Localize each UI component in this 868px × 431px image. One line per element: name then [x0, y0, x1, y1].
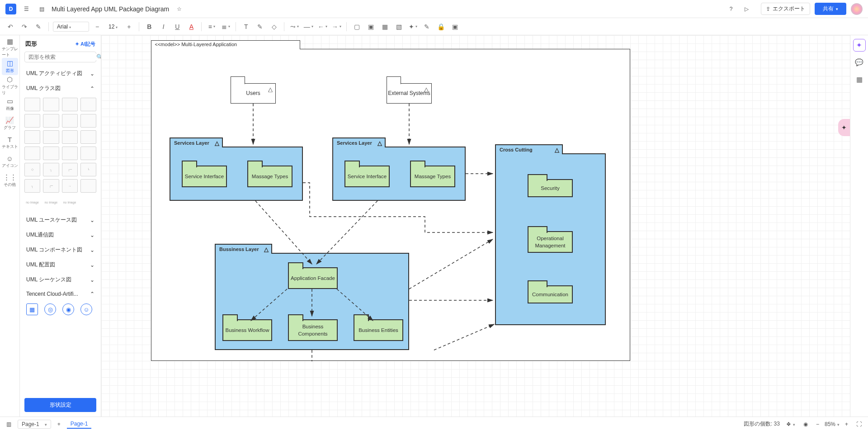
bold-button[interactable]: B	[143, 21, 155, 33]
pkg-service-interface-1[interactable]: Service Interface	[182, 166, 227, 187]
connector-type-button[interactable]: ⤳	[288, 21, 300, 33]
canvas[interactable]: <<model>> Multi-Layered Application User…	[101, 35, 850, 417]
shape-search[interactable]: 🔍	[24, 52, 96, 62]
shape-item[interactable]	[24, 98, 40, 111]
redo-button[interactable]: ↷	[19, 21, 30, 33]
shape-item[interactable]: ┐	[43, 163, 59, 176]
pkg-security[interactable]: Security	[528, 179, 573, 197]
shape-item[interactable]: ◇	[24, 163, 40, 176]
pkg-biz-components[interactable]: Business Components	[288, 319, 338, 341]
shape-item[interactable]: no image	[43, 195, 59, 209]
lock-button[interactable]: 🔒	[435, 21, 447, 33]
shape-item[interactable]	[62, 98, 78, 111]
shape-item[interactable]	[43, 147, 59, 160]
pkg-biz-workflow[interactable]: Business Workflow	[222, 319, 272, 341]
arrow-end-button[interactable]: →	[330, 21, 342, 33]
cat-tencent[interactable]: Tencent Cloud-Artifi...⌃	[24, 287, 96, 301]
shape-item[interactable]: ┌╌	[62, 163, 78, 176]
shape-item[interactable]	[24, 130, 40, 144]
arrow-start-button[interactable]: ←	[316, 21, 328, 33]
align-horizontal-button[interactable]: ≡	[206, 21, 217, 33]
rail-icon[interactable]: ☺アイコン	[2, 153, 18, 170]
shape-item[interactable]: no image	[62, 195, 78, 209]
pkg-crosscutting[interactable]: Cross Cutting△ Security Operational Mana…	[495, 153, 606, 325]
fit-button[interactable]: ◉	[802, 420, 810, 428]
ungroup-button[interactable]: ▧	[393, 21, 405, 33]
app-logo[interactable]: D	[5, 4, 16, 14]
shape-item[interactable]	[43, 98, 59, 111]
shape-item[interactable]	[62, 130, 78, 144]
pkg-service-interface-2[interactable]: Service Interface	[344, 166, 390, 187]
rail-image[interactable]: ▭画像	[2, 96, 18, 113]
cat-component[interactable]: UML コンポーネント図⌄	[24, 242, 96, 257]
model-frame[interactable]: <<model>> Multi-Layered Application User…	[151, 49, 630, 361]
font-increase-button[interactable]: +	[123, 21, 135, 33]
pkg-massage-types-1[interactable]: Massage Types	[247, 166, 292, 187]
zoom-out-button[interactable]: −	[814, 420, 821, 428]
shape-item[interactable]: no image	[24, 195, 40, 209]
pkg-communication[interactable]: Communication	[528, 285, 573, 303]
cat-class[interactable]: UML クラス図⌃	[24, 81, 96, 96]
group-button[interactable]: ▦	[379, 21, 391, 33]
font-color-button[interactable]: A	[185, 21, 197, 33]
cat-activity[interactable]: UML アクティビティ図⌄	[24, 66, 96, 81]
pkg-biz-entities[interactable]: Business Entities	[354, 319, 403, 341]
shape-item[interactable]	[80, 130, 96, 144]
undo-button[interactable]: ↶	[5, 21, 16, 33]
share-button[interactable]: 共有▾	[815, 3, 846, 15]
cat-deploy[interactable]: UML 配置図⌄	[24, 257, 96, 272]
rail-template[interactable]: ▦テンプレート	[2, 39, 18, 56]
shape-item[interactable]	[80, 179, 96, 193]
shape-item[interactable]	[43, 114, 59, 128]
layer-back-button[interactable]: ▢	[351, 21, 363, 33]
zoom-in-button[interactable]: +	[843, 420, 850, 428]
eraser-tool-button[interactable]: ◇	[268, 21, 280, 33]
cat-usecase[interactable]: UML ユースケース図⌄	[24, 213, 96, 227]
tencent-shape[interactable]: ◎	[44, 303, 56, 315]
edit-button[interactable]: ✎	[421, 21, 433, 33]
menu-icon[interactable]: ☰	[21, 4, 32, 14]
tencent-shape[interactable]: ◉	[62, 303, 74, 315]
search-icon[interactable]: 🔍	[96, 54, 101, 60]
shape-item[interactable]	[80, 114, 96, 128]
fullscreen-button[interactable]: ⛶	[854, 420, 863, 428]
shape-item[interactable]: ┐	[24, 179, 40, 193]
italic-button[interactable]: I	[157, 21, 169, 33]
star-icon[interactable]: ☆	[174, 4, 184, 14]
cat-sequence[interactable]: UML シーケンス図⌄	[24, 272, 96, 287]
zoom-level[interactable]: 85%	[825, 421, 840, 427]
pkg-external[interactable]: External Systems△	[387, 83, 432, 104]
shape-item[interactable]	[80, 147, 96, 160]
page-select[interactable]: Page-1	[18, 420, 51, 429]
shape-item[interactable]	[62, 114, 78, 128]
shape-item[interactable]: →	[62, 179, 78, 193]
rail-graph[interactable]: 📈グラフ	[2, 115, 18, 132]
rail-shapes[interactable]: ◫図形	[2, 58, 18, 75]
export-button[interactable]: ⇪エクスポート	[761, 3, 810, 15]
pkg-services-2[interactable]: Services Layer△ Service Interface Massag…	[332, 147, 466, 201]
comment-button[interactable]: 💬	[853, 56, 866, 69]
search-input[interactable]	[28, 54, 96, 60]
pkg-business[interactable]: Bussiness Layer△ Application Facade Busi…	[215, 253, 409, 350]
pkg-op-management[interactable]: Operational Management	[528, 231, 573, 253]
tencent-shape[interactable]: ☺	[80, 303, 92, 315]
help-icon[interactable]: ?	[726, 4, 736, 14]
shape-settings-button[interactable]: 形状設定	[24, 398, 96, 412]
page-list-icon[interactable]: ▥	[5, 420, 13, 428]
pkg-services-1[interactable]: Services Layer△ Service Interface Massag…	[170, 147, 303, 201]
smart-button[interactable]: ✦	[407, 21, 419, 33]
shape-item[interactable]: └	[80, 163, 96, 176]
ai-panel-button[interactable]: ✦	[853, 39, 866, 52]
rail-text[interactable]: Tテキスト	[2, 134, 18, 151]
tencent-shape[interactable]: ▦	[26, 303, 38, 315]
ai-symbol-link[interactable]: ✦ AI記号	[75, 41, 95, 47]
align-vertical-button[interactable]: ≣	[220, 21, 231, 33]
page-tab[interactable]: Page-1	[67, 420, 92, 429]
layers-button[interactable]: ❖	[784, 420, 797, 428]
shape-item[interactable]	[62, 147, 78, 160]
shape-item[interactable]	[80, 98, 96, 111]
shape-item[interactable]	[43, 130, 59, 144]
underline-button[interactable]: U	[171, 21, 183, 33]
ai-float-button[interactable]: ✦	[838, 119, 850, 136]
user-avatar[interactable]	[851, 3, 863, 15]
